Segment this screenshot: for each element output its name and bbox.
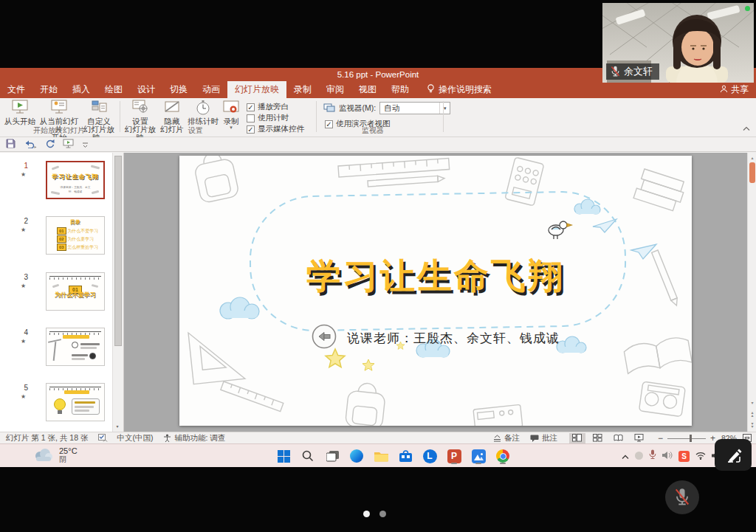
webcam-video-tile[interactable]: 余文轩	[602, 3, 754, 83]
stopwatch-icon	[194, 100, 212, 116]
thumbnail-slide-2[interactable]: 目录 01 为什么不爱学习 02 为什么要学习 03 怎么样重拾学习	[46, 216, 105, 255]
tab-label: 开始	[40, 83, 58, 96]
tab-draw[interactable]: 绘图	[97, 81, 130, 98]
slide-number: 5	[16, 384, 28, 392]
tab-help[interactable]: 帮助	[384, 81, 416, 98]
tab-transitions[interactable]: 切换	[162, 81, 195, 98]
share-button[interactable]: 共享	[720, 82, 749, 97]
zoom-in-button[interactable]: +	[710, 433, 715, 443]
thumbnail-slide-1[interactable]: 学习让生命飞翔 说课老师：王殷杰、余文轩、钱成诚	[46, 161, 105, 199]
taskbar-file-explorer-button[interactable]	[372, 447, 390, 465]
taskbar-windows-button[interactable]	[275, 447, 292, 465]
status-bar: 幻灯片 第 1 张, 共 18 张 中文(中国) 辅助功能: 调查 备注 批注	[0, 432, 756, 443]
monitor-play-icon	[11, 100, 29, 116]
taskbar-edge-button[interactable]	[348, 447, 365, 465]
audio-object-icon[interactable]	[312, 324, 337, 352]
tab-review[interactable]: 审阅	[319, 81, 351, 98]
notebook-spiral-doodle	[49, 387, 101, 387]
scrollbar-thumb[interactable]	[749, 162, 755, 183]
editing-canvas: 学习让生命飞翔 说课老师：王殷杰、余文轩、钱成诚	[124, 153, 747, 432]
pagination-dot[interactable]	[379, 511, 386, 517]
setup-slideshow-button[interactable]: 设置 幻灯片放映	[123, 100, 158, 142]
use-timings-checkbox[interactable]: 使用计时	[247, 113, 289, 123]
reading-view-button[interactable]	[611, 433, 627, 443]
tab-record[interactable]: 录制	[286, 81, 319, 98]
collapse-ribbon-button[interactable]	[743, 121, 750, 134]
tab-insert[interactable]: 插入	[65, 81, 97, 98]
zoom-out-button[interactable]: −	[658, 433, 663, 443]
tray-status-circle-icon[interactable]	[635, 449, 643, 463]
previous-slide-button[interactable]: ▴▴	[748, 410, 756, 418]
taskbar-photos-button[interactable]	[470, 447, 487, 465]
slide-counter[interactable]: 幻灯片 第 1 张, 共 18 张	[6, 433, 88, 443]
thumb-title: 目录	[47, 218, 104, 226]
thumbnail-slide-3[interactable]: 01 为什么不爱学习	[46, 272, 105, 311]
next-slide-button[interactable]: ▾▾	[748, 421, 756, 429]
taskbar-powerpoint-button[interactable]: P	[445, 447, 463, 465]
taskbar-browser-l-button[interactable]: L	[421, 447, 439, 465]
checkbox-label: 使用计时	[258, 113, 289, 123]
taskbar-task-view-button[interactable]	[323, 447, 341, 465]
annotation-pen-button[interactable]	[715, 439, 752, 471]
tab-design[interactable]: 设计	[130, 81, 162, 98]
tab-label: 视图	[359, 83, 377, 96]
undo-button[interactable]	[24, 138, 37, 151]
show-media-controls-checkbox[interactable]: 显示媒体控件	[247, 124, 304, 134]
zoom-slider-thumb[interactable]	[690, 435, 692, 442]
play-narrations-checkbox[interactable]: 播放旁白	[247, 102, 289, 112]
thumb-title: 为什么不爱学习	[47, 291, 104, 299]
language-status[interactable]: 中文(中国)	[117, 433, 153, 443]
save-button[interactable]	[6, 138, 16, 151]
slide-canvas[interactable]: 学习让生命飞翔 说课老师：王殷杰、余文轩、钱成诚	[179, 156, 692, 426]
notes-button[interactable]: 备注	[493, 433, 520, 443]
tab-slideshow[interactable]: 幻灯片放映	[227, 81, 286, 98]
browser-l-icon: L	[423, 449, 437, 463]
wifi-icon[interactable]	[695, 449, 706, 463]
ribbon-tab-row: 文件 开始 插入 绘图 设计 切换 动画 幻灯片放映 录制 审阅 视图 帮助 操…	[0, 81, 756, 98]
redo-button[interactable]	[45, 138, 55, 151]
scroll-down-icon[interactable]: ▾	[113, 421, 122, 430]
tab-animations[interactable]: 动画	[195, 81, 227, 98]
taskbar-search-button[interactable]	[299, 447, 317, 465]
thumbnail-scrollbar[interactable]: ▾	[112, 153, 123, 432]
comments-button[interactable]: 批注	[530, 433, 557, 443]
tab-file[interactable]: 文件	[0, 81, 32, 98]
weather-widget[interactable]: 25°C 阴	[32, 446, 78, 464]
sogou-pinyin-icon[interactable]: S	[678, 451, 690, 462]
tab-view[interactable]: 视图	[351, 81, 384, 98]
scroll-down-icon[interactable]: ▾	[748, 398, 756, 407]
monitor-select[interactable]: 自动 ▾	[379, 102, 450, 114]
start-slideshow-button[interactable]	[63, 138, 74, 151]
slide-number: 1	[16, 162, 28, 170]
zoom-slider[interactable]	[667, 433, 706, 443]
taskbar-store-button[interactable]	[396, 447, 414, 465]
spellcheck-icon[interactable]	[98, 434, 108, 442]
notebook-spiral-doodle	[49, 331, 101, 332]
scrollbar-thumb[interactable]	[114, 156, 122, 346]
scroll-up-icon[interactable]: ▴	[748, 153, 756, 162]
customize-qat-button[interactable]	[82, 138, 89, 151]
slideshow-view-button[interactable]	[631, 433, 647, 443]
tab-home[interactable]: 开始	[32, 81, 65, 98]
normal-view-button[interactable]	[569, 433, 585, 443]
hidden-icons-chevron[interactable]	[622, 449, 629, 463]
slide-thumbnail-panel: 1 ★ 学习让生命飞翔 说课老师：王殷杰、余文轩、钱成诚 2 ★ 目录 01 为…	[0, 153, 124, 432]
tell-me-search[interactable]: 操作说明搜索	[427, 81, 492, 98]
tray-voice-icon[interactable]	[662, 449, 673, 463]
microphone-muted-button[interactable]	[665, 480, 699, 514]
toc-item: 怎么样重拾学习	[67, 245, 98, 249]
taskbar-chrome-button[interactable]	[494, 447, 512, 465]
rehearse-timings-button[interactable]: 排练计时	[186, 100, 220, 125]
thumbnail-slide-4[interactable]	[46, 328, 105, 366]
accessibility-status[interactable]: 辅助功能: 调查	[163, 433, 225, 443]
slide-subtitle-text[interactable]: 说课老师：王殷杰、余文轩、钱成诚	[347, 330, 560, 347]
from-beginning-button[interactable]: 从头开始	[1, 100, 38, 125]
pagination-dot-active[interactable]	[363, 511, 370, 517]
tab-label: 绘图	[105, 83, 123, 96]
tray-microphone-icon[interactable]	[649, 449, 656, 463]
main-scrollbar[interactable]: ▴ ▾ ▴▴ ▾▾	[747, 153, 756, 432]
thumbnail-slide-5[interactable]	[46, 383, 105, 421]
slide-sorter-view-button[interactable]	[590, 433, 606, 443]
photos-icon	[472, 449, 486, 463]
slide-title-text[interactable]: 学习让生命飞翔	[209, 253, 662, 300]
